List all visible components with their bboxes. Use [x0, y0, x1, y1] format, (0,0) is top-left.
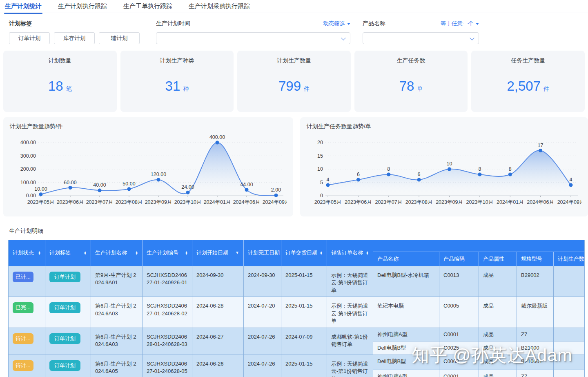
col-plan-name[interactable]: 生产计划名称 [91, 240, 143, 266]
col-plan-code[interactable]: 生产计划编号 [143, 240, 192, 266]
plan-name-cell: 第9月-生产计划 2024.9A01 [91, 266, 143, 297]
col-plan-status[interactable]: 计划状态 [9, 240, 45, 266]
finish-date-cell: 2024-07-20 [244, 297, 281, 328]
col-product-name[interactable]: 产品名称 [373, 252, 439, 266]
stat-unit: 笔 [66, 85, 72, 93]
spec-model-cell: B29002 [517, 266, 554, 297]
table-row: 已完...订单计划第6月-生产计划 2024.6A03SCJHXSDD24062… [9, 297, 585, 328]
svg-text:300.00: 300.00 [20, 153, 36, 159]
col-start-date[interactable]: 计划开始日期 [192, 240, 244, 266]
stat-title: 计划生产数量 [237, 57, 351, 65]
svg-text:6: 6 [357, 172, 360, 177]
col-product-attr[interactable]: 产品属性 [479, 252, 517, 266]
stat-card-row: 计划数量 18笔 计划生产种类 31种 计划生产数量 799件 生产任务数 78… [3, 51, 585, 112]
status-badge: 待计... [13, 360, 33, 371]
tab-plan-purchase-tracking[interactable]: 生产计划采购执行跟踪 [188, 0, 251, 13]
plan-code-cell: SCJHXSDD240627-01-240628-05 [143, 355, 192, 377]
svg-text:0.00: 0.00 [26, 193, 36, 199]
svg-text:2023年07月: 2023年07月 [375, 199, 402, 205]
start-date-cell: 2024-06-27 [192, 328, 244, 355]
status-badge: 已完... [13, 302, 33, 313]
product-code-cell: C0005 [439, 297, 479, 328]
spec-model-cell: 戴尔最新版 [517, 297, 554, 328]
svg-text:10: 10 [447, 161, 452, 167]
col-planned-qty[interactable]: 计划生产数量 [554, 252, 585, 266]
sort-icon [366, 251, 369, 255]
stock-plan-button[interactable]: 库存计划 [54, 32, 95, 44]
svg-text:4: 4 [327, 177, 330, 183]
product-name-label: 产品名称 [363, 20, 385, 27]
dynamic-filter-link[interactable]: 动态筛选 [323, 20, 350, 27]
plan-status-cell: 已完... [9, 297, 45, 328]
tab-production-plan-stats[interactable]: 生产计划统计 [4, 0, 42, 13]
chevron-down-icon [341, 36, 345, 40]
product-name-cell: Dell电脑B型-水冷机箱 [373, 266, 439, 297]
aux-plan-button[interactable]: 辅计划 [99, 32, 140, 44]
dashboard-page: 生产计划统计 生产计划执行跟踪 生产工单执行跟踪 生产计划采购执行跟踪 计划标签… [0, 0, 588, 377]
product-attr-cell: 成品 [479, 328, 517, 341]
planned-qty-cell [554, 266, 585, 297]
plan-tag-cell: 订单计划 [45, 266, 91, 297]
svg-text:2.00: 2.00 [271, 187, 281, 193]
plan-tag-cell: 订单计划 [45, 297, 91, 328]
col-sales-order[interactable]: 销售订单名称 [327, 240, 373, 266]
svg-text:20: 20 [317, 140, 323, 145]
svg-text:2023年07月: 2023年07月 [86, 199, 114, 205]
table-row: 待计...订单计划第6月-生产计划 2024.6A03SCJHXSDD24062… [9, 328, 585, 341]
col-finish-date[interactable]: 计划完工日期 [244, 240, 281, 266]
stat-title: 计划生产种类 [120, 57, 234, 65]
stat-title: 生产任务数 [354, 57, 468, 65]
svg-text:400.00: 400.00 [20, 140, 36, 145]
stat-value: 799 [278, 78, 301, 94]
svg-text:44.00: 44.00 [240, 182, 253, 187]
stat-card-plan-count: 计划数量 18笔 [3, 51, 117, 112]
plan-tag-badge: 订单计划 [49, 360, 80, 371]
svg-text:4: 4 [570, 177, 572, 183]
planned-qty-cell [554, 328, 585, 341]
svg-text:2024年01月: 2024年01月 [497, 199, 524, 205]
svg-text:200.00: 200.00 [20, 166, 36, 172]
watermark: 知乎 @孙英达Adam [412, 344, 572, 367]
tab-work-order-tracking[interactable]: 生产工单执行跟踪 [122, 0, 173, 13]
col-spec-model[interactable]: 规格型号 [517, 252, 554, 266]
product-name-select[interactable] [363, 32, 479, 44]
caret-down-icon [347, 23, 350, 25]
table-row: 已计...订单计划第9月-生产计划 2024.9A01SCJHXSDD24062… [9, 266, 585, 297]
product-code-cell: C0001 [439, 328, 479, 341]
plan-task-trend-card: 计划生产任务数量趋势/单 051015202023年05月2023年06月202… [300, 117, 588, 216]
stat-card-plan-production-qty: 计划生产数量 799件 [237, 51, 351, 112]
equals-any-link[interactable]: 等于任意一个 [441, 20, 479, 27]
status-badge: 已计... [13, 272, 33, 282]
start-date-cell: 2024-06-28 [192, 297, 244, 328]
svg-text:2023年05月: 2023年05月 [27, 199, 55, 205]
svg-text:2023年06月: 2023年06月 [57, 199, 84, 205]
plan-time-select[interactable] [156, 32, 350, 44]
svg-text:40.00: 40.00 [93, 182, 106, 188]
svg-text:8: 8 [387, 166, 390, 172]
sort-icon [38, 251, 41, 255]
finish-date-cell: 2024-07-26 [244, 355, 281, 377]
col-delivery-date[interactable]: 订单交货日期 [281, 240, 327, 266]
spec-model-cell: Z7 [517, 370, 554, 377]
svg-text:6: 6 [418, 172, 421, 177]
svg-text:10: 10 [317, 166, 323, 172]
product-code-cell: C0001 [439, 370, 479, 377]
stat-card-task-count: 生产任务数 78单 [354, 51, 468, 112]
svg-text:17: 17 [538, 143, 543, 148]
sort-icon [135, 251, 138, 255]
plan-time-label: 生产计划时间 [156, 20, 190, 27]
stat-unit: 件 [304, 85, 310, 93]
filter-bar: 计划标签 订单计划 库存计划 辅计划 生产计划时间 动态筛选 [9, 20, 588, 44]
plan-tag-filter-group: 计划标签 订单计划 库存计划 辅计划 [9, 20, 144, 44]
order-plan-button[interactable]: 订单计划 [9, 32, 50, 44]
tab-plan-execution-tracking[interactable]: 生产计划执行跟踪 [57, 0, 108, 13]
sort-icon [84, 251, 87, 255]
plan-tag-buttons: 订单计划 库存计划 辅计划 [9, 32, 144, 44]
col-plan-tag[interactable]: 计划标签 [45, 240, 91, 266]
stat-unit: 件 [543, 85, 549, 93]
col-product-code[interactable]: 产品编码 [439, 252, 479, 266]
planned-qty-cell [554, 370, 585, 377]
svg-text:2024年09月: 2024年09月 [557, 199, 581, 205]
svg-text:2024年06月: 2024年06月 [233, 199, 261, 205]
plan-task-trend-chart: 051015202023年05月2023年06月2023年07月2023年08月… [307, 131, 581, 212]
